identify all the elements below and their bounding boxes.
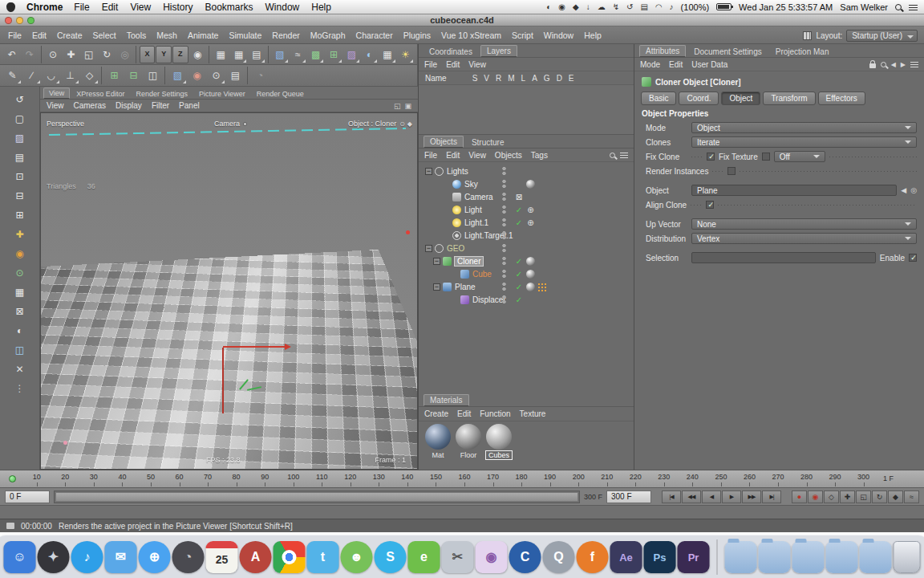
object-tree-row[interactable]: Displacer ✓ xyxy=(419,293,634,306)
object-tree-row[interactable]: Light.Target.1 xyxy=(419,229,634,242)
visibility-toggles[interactable] xyxy=(502,269,506,279)
object-tree-row[interactable]: Sky xyxy=(419,177,634,190)
dock-finder-icon[interactable]: ☺ xyxy=(4,541,36,573)
dock-evernote-icon[interactable]: e xyxy=(408,541,440,573)
object-name[interactable]: Cloner xyxy=(455,257,483,266)
view-label[interactable]: Perspective xyxy=(47,120,84,128)
app-menu-item[interactable]: Help xyxy=(584,31,602,40)
keyframe-selection-button[interactable]: ◇ xyxy=(824,490,839,503)
layout-dropdown[interactable]: Startup (User) xyxy=(846,30,918,42)
make-editable-icon[interactable]: ↺ xyxy=(10,91,30,108)
object-tag-icon[interactable] xyxy=(526,283,535,291)
goto-end-button[interactable]: ▶| xyxy=(762,490,781,503)
dock-quicktime-icon[interactable]: Q xyxy=(543,541,575,573)
object-name[interactable]: Light.1 xyxy=(464,218,488,227)
object-tag-icon[interactable] xyxy=(526,206,535,214)
panel-menu-item[interactable]: Texture xyxy=(520,409,546,418)
enable-toggle[interactable]: ✓ xyxy=(513,295,525,304)
close-tool-icon[interactable]: ✕ xyxy=(10,360,30,377)
app-menu-item[interactable]: Edit xyxy=(32,31,47,40)
app-menu-item[interactable]: Plugins xyxy=(403,31,431,40)
object-name[interactable]: Plane xyxy=(455,283,476,291)
link-arrow-icon[interactable]: ◀ xyxy=(901,186,906,194)
mac-menu-item[interactable]: History xyxy=(163,2,192,13)
panel-menu-item[interactable]: File xyxy=(424,60,437,69)
record-parameter-toggle[interactable]: ◆ xyxy=(888,490,903,503)
history-forward-icon[interactable]: ▶ xyxy=(901,61,906,68)
visibility-toggles[interactable] xyxy=(502,218,506,227)
mac-menu-item[interactable]: Edit xyxy=(102,2,119,13)
xray-toggle-icon[interactable]: ◐ xyxy=(10,322,30,339)
app-menu-item[interactable]: Render xyxy=(272,31,299,40)
panel-tab[interactable]: Objects xyxy=(424,136,464,148)
play-button[interactable]: ▶ xyxy=(722,490,741,503)
render-picture-viewer-icon[interactable]: ▦ xyxy=(230,46,247,63)
timeline-playhead[interactable] xyxy=(9,475,16,482)
panel-menu-icon[interactable] xyxy=(910,61,918,67)
object-tag-icon[interactable] xyxy=(526,218,535,227)
next-key-button[interactable]: ▶▶ xyxy=(742,490,761,503)
search-icon[interactable] xyxy=(610,153,615,158)
prev-key-button[interactable]: ◀◀ xyxy=(682,490,701,503)
app-menu-item[interactable]: Mesh xyxy=(156,31,177,40)
dock-applications-folder[interactable] xyxy=(759,541,791,573)
viewport-menu-item[interactable]: Panel xyxy=(179,101,200,110)
enable-checkbox[interactable] xyxy=(909,254,917,262)
visibility-toggles[interactable] xyxy=(502,243,506,253)
dock-firefox-icon[interactable]: f xyxy=(577,541,609,573)
object-tag-icon[interactable] xyxy=(526,270,535,279)
lock-icon[interactable] xyxy=(869,63,876,68)
viewport-window-tab[interactable]: Render Queue xyxy=(252,89,309,99)
visibility-toggles[interactable] xyxy=(502,282,506,291)
dock-chrome-icon[interactable] xyxy=(274,541,306,573)
fix-texture-checkbox[interactable] xyxy=(762,153,770,161)
panel-menu-item[interactable]: Objects xyxy=(495,151,522,160)
panel-tab[interactable]: Layers xyxy=(480,45,517,57)
notification-center-icon[interactable] xyxy=(909,3,918,10)
filter-menu-icon[interactable] xyxy=(620,152,628,158)
render-settings-icon[interactable]: ▤ xyxy=(248,46,265,63)
undo-icon[interactable]: ↶ xyxy=(3,46,20,63)
add-material-icon[interactable]: ◉ xyxy=(188,67,206,84)
object-name[interactable]: Light xyxy=(464,206,482,214)
materials-tab[interactable]: Materials xyxy=(424,394,469,406)
layers-list-area[interactable] xyxy=(419,85,634,135)
enable-toggle[interactable]: ✓ xyxy=(513,206,525,214)
app-menu-item[interactable]: Simulate xyxy=(229,31,261,40)
workplane-mode-icon[interactable]: ▤ xyxy=(10,149,30,165)
menu-extra-display-icon[interactable]: ◐ xyxy=(546,2,551,11)
align-clone-checkbox[interactable] xyxy=(706,201,714,209)
app-menu-item[interactable]: Select xyxy=(93,31,116,40)
primitive-cube-icon[interactable]: ▧ xyxy=(271,46,288,63)
visibility-toggles[interactable] xyxy=(502,166,506,176)
mac-menu-item[interactable]: Bookmarks xyxy=(205,2,253,13)
dock-movies-folder[interactable] xyxy=(860,541,892,573)
object-tree-row[interactable]: Cube ✓ xyxy=(419,267,634,280)
object-name[interactable]: Cube xyxy=(472,270,492,279)
quantize-icon[interactable]: ▦ xyxy=(10,283,30,300)
layer-column-letter[interactable]: M xyxy=(508,74,514,83)
attribute-tab-button[interactable]: Effectors xyxy=(818,92,865,105)
dock-appstore-icon[interactable]: A xyxy=(240,541,272,573)
attribute-tab-button[interactable]: Coord. xyxy=(679,92,719,105)
material-item[interactable]: Cubes xyxy=(486,424,512,467)
visibility-toggles[interactable] xyxy=(502,205,506,214)
camera-add-icon[interactable]: ▦ xyxy=(379,46,395,63)
object-name[interactable]: Displacer xyxy=(472,295,506,304)
panel-tab[interactable]: Structure xyxy=(466,137,510,148)
layer-column-letter[interactable]: G xyxy=(544,74,550,83)
workplane-icon[interactable]: ▤ xyxy=(226,67,245,84)
menu-extra-power-icon[interactable]: ↯ xyxy=(613,2,619,11)
panel-menu-item[interactable]: View xyxy=(468,60,486,69)
attribute-tab-button[interactable]: Object xyxy=(721,92,760,105)
layer-column-letter[interactable]: S xyxy=(472,74,478,83)
expand-toggle[interactable]: − xyxy=(425,168,432,175)
viewport-window-tab[interactable]: XPresso Editor xyxy=(71,89,129,99)
autokeying-button[interactable]: ◉ xyxy=(808,490,823,503)
object-name[interactable]: Lights xyxy=(447,167,468,176)
edges-mode-icon[interactable]: ⊟ xyxy=(10,187,30,204)
object-tree-row[interactable]: − Cloner ✓ xyxy=(419,254,634,267)
menu-extra-timemachine-icon[interactable]: ↺ xyxy=(626,2,633,11)
dock-downloads-folder[interactable] xyxy=(826,541,858,573)
isoline-editing-icon[interactable]: ◔ xyxy=(251,67,270,84)
